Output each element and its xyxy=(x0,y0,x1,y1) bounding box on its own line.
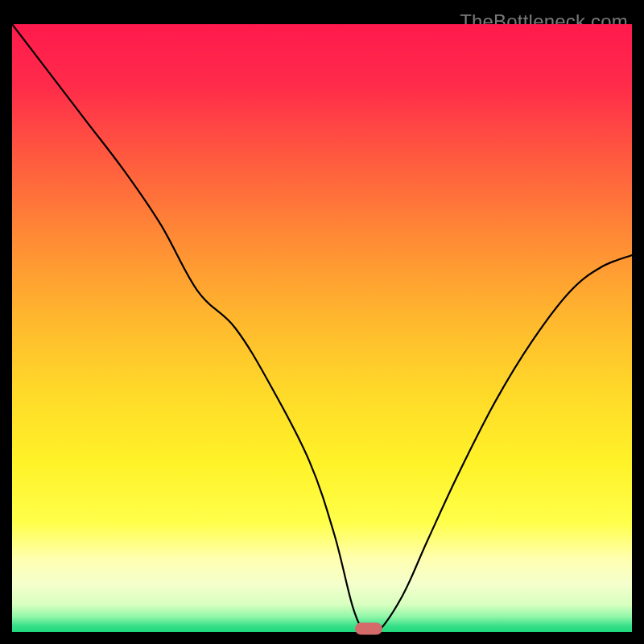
plot-area xyxy=(12,24,632,632)
chart-frame: TheBottleneck.com xyxy=(12,12,632,632)
optimal-point-marker xyxy=(355,623,382,635)
bottleneck-curve xyxy=(12,24,632,632)
